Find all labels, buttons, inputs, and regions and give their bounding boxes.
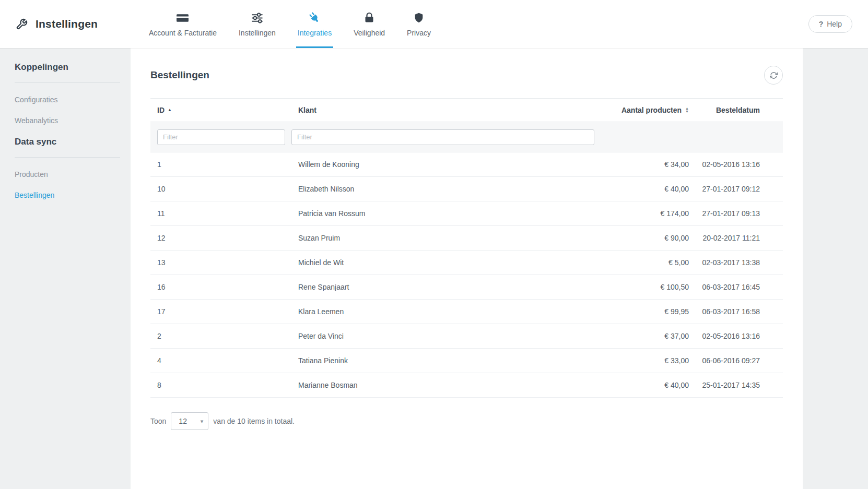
settings-app: Instellingen Account & Facturatie Instel… xyxy=(0,0,868,489)
sidebar-item-configuraties[interactable]: Configuraties xyxy=(15,96,120,104)
cell-aantal-producten: € 5,00 xyxy=(574,258,689,267)
cell-besteldatum: 27-01-2017 09:13 xyxy=(689,209,783,218)
cell-besteldatum: 02-03-2017 13:38 xyxy=(689,258,783,267)
cell-klant: Klara Leemen xyxy=(291,307,574,316)
table-row[interactable]: 10 Elizabeth Nilsson € 40,00 27-01-2017 … xyxy=(150,177,783,201)
cell-id: 11 xyxy=(150,209,291,218)
cell-id: 1 xyxy=(150,160,291,169)
tab-label: Account & Facturatie xyxy=(149,29,217,37)
cell-besteldatum: 06-03-2017 16:45 xyxy=(689,283,783,291)
table-row[interactable]: 8 Marianne Bosman € 40,00 25-01-2017 14:… xyxy=(150,373,783,398)
sidebar-section-data-sync: Data sync Producten Bestellingen xyxy=(15,137,120,199)
cell-besteldatum: 06-06-2016 09:27 xyxy=(689,356,783,365)
cell-klant: Elizabeth Nilsson xyxy=(291,185,574,193)
orders-table: ID▲ Klant Aantal producten ▲▼ Besteldatu… xyxy=(150,98,783,398)
cell-besteldatum: 20-02-2017 11:21 xyxy=(689,234,783,242)
cell-id: 12 xyxy=(150,234,291,242)
orders-table-body: 1 Willem de Kooning € 34,00 02-05-2016 1… xyxy=(150,152,783,398)
table-row[interactable]: 2 Peter da Vinci € 37,00 02-05-2016 13:1… xyxy=(150,324,783,349)
cell-aantal-producten: € 40,00 xyxy=(574,381,689,389)
column-header-aantal-producten[interactable]: Aantal producten ▲▼ xyxy=(574,106,689,114)
cell-id: 13 xyxy=(150,258,291,267)
table-row[interactable]: 13 Michiel de Wit € 5,00 02-03-2017 13:3… xyxy=(150,251,783,275)
page-size-value: 12 xyxy=(179,417,187,425)
total-items-label: van de 10 items in totaal. xyxy=(213,417,295,425)
main-tabs: Account & Facturatie Instellingen Integr… xyxy=(138,0,442,48)
sidebar-item-webanalytics[interactable]: Webanalytics xyxy=(15,116,120,125)
question-mark-icon: ? xyxy=(819,20,824,28)
app-logo: Instellingen xyxy=(0,0,131,48)
lock-icon xyxy=(363,11,376,25)
pagination: Toon 12 ▾ van de 10 items in totaal. xyxy=(150,412,783,430)
page-size-select[interactable]: 12 ▾ xyxy=(171,412,208,430)
wrench-icon xyxy=(16,18,28,30)
table-row[interactable]: 1 Willem de Kooning € 34,00 02-05-2016 1… xyxy=(150,152,783,177)
cell-besteldatum: 25-01-2017 14:35 xyxy=(689,381,783,389)
cell-id: 16 xyxy=(150,283,291,291)
cell-id: 17 xyxy=(150,307,291,316)
table-row[interactable]: 11 Patricia van Rossum € 174,00 27-01-20… xyxy=(150,201,783,226)
cell-klant: Willem de Kooning xyxy=(291,160,574,169)
sidebar-item-bestellingen[interactable]: Bestellingen xyxy=(15,191,120,199)
column-header-id[interactable]: ID▲ xyxy=(150,106,291,114)
cell-klant: Tatiana Pienink xyxy=(291,356,574,365)
sidebar: Koppelingen Configuraties Webanalytics D… xyxy=(0,48,131,489)
cell-id: 10 xyxy=(150,185,291,193)
cell-besteldatum: 27-01-2017 09:12 xyxy=(689,185,783,193)
sidebar-item-producten[interactable]: Producten xyxy=(15,170,120,178)
sidebar-heading-data-sync: Data sync xyxy=(15,137,120,158)
column-header-besteldatum[interactable]: Besteldatum xyxy=(689,106,783,114)
help-button-label: Help xyxy=(827,20,842,28)
cell-aantal-producten: € 90,00 xyxy=(574,234,689,242)
cell-id: 8 xyxy=(150,381,291,389)
sidebar-section-koppelingen: Koppelingen Configuraties Webanalytics xyxy=(15,62,120,125)
top-header: Instellingen Account & Facturatie Instel… xyxy=(0,0,868,48)
tab-label: Privacy xyxy=(407,29,431,37)
cell-besteldatum: 02-05-2016 13:16 xyxy=(689,332,783,340)
table-row[interactable]: 4 Tatiana Pienink € 33,00 06-06-2016 09:… xyxy=(150,349,783,373)
cell-klant: Marianne Bosman xyxy=(291,381,574,389)
topbar-spacer xyxy=(442,0,808,48)
tab-instellingen[interactable]: Instellingen xyxy=(228,0,287,48)
filter-input-klant[interactable] xyxy=(291,129,594,145)
cell-klant: Peter da Vinci xyxy=(291,332,574,340)
cell-aantal-producten: € 37,00 xyxy=(574,332,689,340)
tab-privacy[interactable]: Privacy xyxy=(396,0,442,48)
tab-veiligheid[interactable]: Veiligheid xyxy=(343,0,396,48)
table-row[interactable]: 17 Klara Leemen € 99,95 06-03-2017 16:58 xyxy=(150,300,783,324)
table-row[interactable]: 12 Suzan Pruim € 90,00 20-02-2017 11:21 xyxy=(150,226,783,251)
cell-aantal-producten: € 40,00 xyxy=(574,185,689,193)
sort-icon: ▲▼ xyxy=(685,107,689,113)
tab-label: Instellingen xyxy=(239,29,276,37)
help-button[interactable]: ? Help xyxy=(808,15,852,33)
cell-aantal-producten: € 34,00 xyxy=(574,160,689,169)
sidebar-heading-koppelingen: Koppelingen xyxy=(15,62,120,83)
cell-klant: Michiel de Wit xyxy=(291,258,574,267)
cell-besteldatum: 06-03-2017 16:58 xyxy=(689,307,783,316)
table-row[interactable]: 16 Rene Spanjaart € 100,50 06-03-2017 16… xyxy=(150,275,783,300)
page-title: Instellingen xyxy=(36,18,98,30)
cell-aantal-producten: € 100,50 xyxy=(574,283,689,291)
cell-klant: Patricia van Rossum xyxy=(291,209,574,218)
column-header-klant[interactable]: Klant xyxy=(291,106,574,114)
filter-input-id[interactable] xyxy=(157,129,285,145)
tab-integraties[interactable]: Integraties xyxy=(287,0,343,48)
sort-asc-icon: ▲ xyxy=(168,108,172,112)
orders-table-header: ID▲ Klant Aantal producten ▲▼ Besteldatu… xyxy=(150,98,783,122)
chevron-down-icon: ▾ xyxy=(201,418,204,425)
cell-id: 4 xyxy=(150,356,291,365)
cell-klant: Suzan Pruim xyxy=(291,234,574,242)
filter-row xyxy=(150,122,783,152)
tab-account-facturatie[interactable]: Account & Facturatie xyxy=(138,0,228,48)
plug-icon xyxy=(308,11,321,25)
cell-id: 2 xyxy=(150,332,291,340)
cell-aantal-producten: € 99,95 xyxy=(574,307,689,316)
orders-panel: Bestellingen ID▲ Klant xyxy=(131,48,803,489)
panel-header: Bestellingen xyxy=(150,66,783,85)
cell-aantal-producten: € 33,00 xyxy=(574,356,689,365)
page-body: Koppelingen Configuraties Webanalytics D… xyxy=(0,48,868,489)
refresh-button[interactable] xyxy=(764,66,783,85)
page-size-label: Toon xyxy=(150,417,166,425)
tab-label: Veiligheid xyxy=(354,29,385,37)
cell-klant: Rene Spanjaart xyxy=(291,283,574,291)
